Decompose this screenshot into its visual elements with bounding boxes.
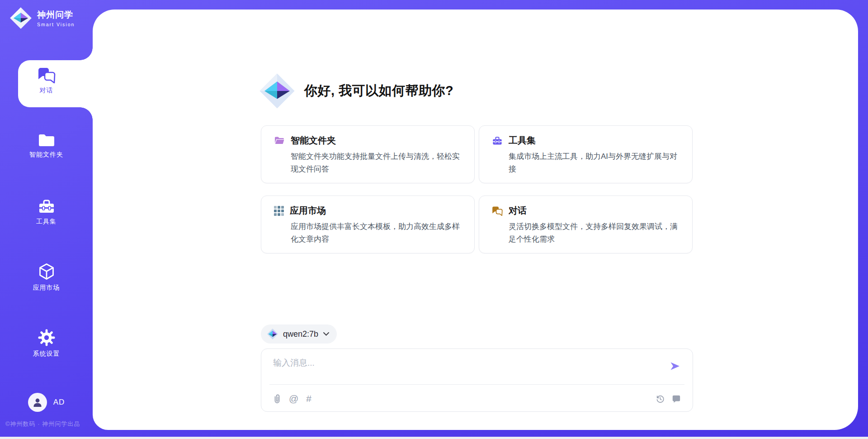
card-app-market[interactable]: 应用市场 应用市场提供丰富长文本模板，助力高效生成多样化文章内容: [261, 196, 475, 253]
gear-icon: [38, 329, 56, 347]
sidebar-item-settings[interactable]: 系统设置: [0, 329, 93, 358]
history-button[interactable]: [656, 394, 665, 404]
folder-open-icon: [274, 136, 285, 146]
feature-cards: 智能文件夹 智能文件夹功能支持批量文件上传与清洗，轻松实现文件问答: [261, 125, 693, 253]
user-account-button[interactable]: AD: [0, 393, 93, 412]
card-description: 灵活切换多模型文件，支持多样回复效果调试，满足个性化需求: [509, 220, 684, 246]
assistant-diamond-icon: [258, 72, 296, 110]
sidebar-item-chat[interactable]: 对话: [0, 67, 93, 95]
sidebar-item-app-market[interactable]: 应用市场: [0, 262, 93, 292]
mention-button[interactable]: @: [289, 394, 298, 403]
card-description: 应用市场提供丰富长文本模板，助力高效生成多样化文章内容: [291, 220, 466, 246]
comment-button[interactable]: [672, 395, 681, 403]
card-title: 对话: [509, 205, 527, 217]
card-description: 集成市场上主流工具，助力AI与外界无缝扩展与对接: [509, 150, 684, 176]
model-selector[interactable]: qwen2:7b: [261, 324, 337, 344]
app-logo: 神州问学 Smart Vision: [9, 6, 75, 30]
message-composer: @ #: [261, 348, 693, 412]
chevron-down-icon: [323, 332, 330, 336]
briefcase-icon: [38, 198, 56, 215]
folder-icon: [38, 133, 55, 148]
sidebar-item-smart-folder[interactable]: 智能文件夹: [0, 133, 93, 159]
sidebar-item-label: 智能文件夹: [29, 151, 63, 159]
model-diamond-icon: [267, 328, 278, 340]
card-title: 应用市场: [290, 205, 326, 217]
chat-icon: [492, 206, 503, 216]
sidebar-item-label: 系统设置: [33, 350, 60, 358]
brand-diamond-icon: [9, 6, 33, 30]
main-panel: 你好, 我可以如何帮助你? 智能文件夹 智能文件夹功能支持批量文件上传与清洗，轻…: [93, 10, 858, 430]
card-smart-folder[interactable]: 智能文件夹 智能文件夹功能支持批量文件上传与清洗，轻松实现文件问答: [261, 125, 475, 183]
card-toolset[interactable]: 工具集 集成市场上主流工具，助力AI与外界无缝扩展与对接: [479, 125, 693, 183]
card-title: 工具集: [509, 134, 536, 147]
app-title: 神州问学: [37, 9, 75, 21]
briefcase-icon: [492, 136, 503, 146]
sidebar-item-label: 对话: [40, 86, 53, 95]
sidebar-item-toolset[interactable]: 工具集: [0, 198, 93, 226]
message-input[interactable]: [273, 358, 553, 368]
user-name: AD: [53, 398, 65, 407]
model-name: qwen2:7b: [283, 329, 318, 339]
app-subtitle: Smart Vision: [37, 22, 75, 27]
bottom-scrollbar-track[interactable]: [0, 437, 868, 439]
send-button[interactable]: [669, 361, 681, 372]
cube-icon: [38, 262, 56, 281]
copyright-text: ©神州数码 · 神州问学出品: [5, 420, 80, 428]
card-chat[interactable]: 对话 灵活切换多模型文件，支持多样回复效果调试，满足个性化需求: [479, 196, 693, 253]
grid-icon: [274, 206, 284, 216]
sidebar-item-label: 工具集: [36, 218, 57, 226]
topic-button[interactable]: #: [306, 394, 311, 403]
composer-divider: [269, 384, 684, 385]
chat-icon: [38, 67, 56, 83]
sidebar: 神州问学 Smart Vision 对话 智能文件夹: [0, 0, 93, 439]
greeting-text: 你好, 我可以如何帮助你?: [304, 82, 453, 100]
card-description: 智能文件夹功能支持批量文件上传与清洗，轻松实现文件问答: [291, 150, 466, 176]
greeting: 你好, 我可以如何帮助你?: [258, 72, 453, 110]
attachment-button[interactable]: [273, 394, 281, 404]
sidebar-item-label: 应用市场: [33, 284, 60, 292]
card-title: 智能文件夹: [291, 134, 336, 147]
avatar: [28, 393, 47, 412]
